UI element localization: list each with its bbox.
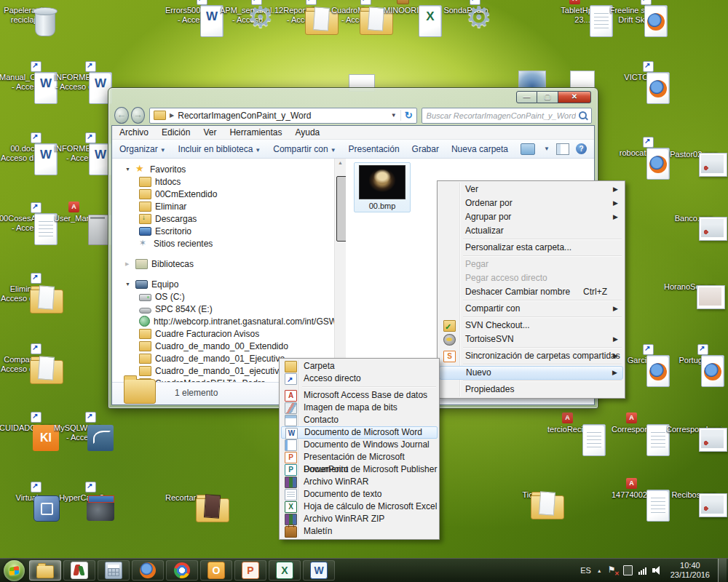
context-item-nuevo[interactable]: Nuevo▶ [439, 366, 623, 380]
desktop-icon-sondapedro[interactable]: SondaPedro [438, 4, 494, 15]
scroll-up-arrow-icon[interactable]: ▲ [335, 160, 346, 165]
new-item-acceso-directo[interactable]: Acceso directo [281, 372, 438, 385]
context-item-sincronizacion[interactable]: Sincronización de carpetas compartidas▶ [439, 349, 623, 363]
search-box[interactable]: Buscar RecortarImagenConPaint_y_Word [422, 108, 592, 124]
new-item-texto[interactable]: Documento de texto [281, 488, 438, 501]
nav-item-cuadre-facturacion[interactable]: Cuadre Facturacion Avisos [112, 327, 334, 340]
nav-item-htdocs[interactable]: htdocs [112, 175, 334, 188]
desktop-icon-recortarimagen[interactable]: RecortarImagen [165, 492, 221, 503]
context-item-personalizar[interactable]: Personalizar esta carpeta... [439, 241, 623, 255]
window-titlebar[interactable]: — ▢ ✕ [108, 88, 598, 105]
context-item-compartir-con[interactable]: Compartir con▶ [439, 302, 623, 316]
new-item-winrar[interactable]: Archivo WinRAR [281, 476, 438, 488]
taskbar-outlook-button[interactable] [200, 560, 232, 581]
new-item-contacto[interactable]: Contacto [281, 414, 438, 426]
burn-button[interactable]: Grabar [412, 144, 439, 154]
desktop-icon-correspondencia-2[interactable]: Correspondenci... [666, 423, 721, 434]
context-item-tortoisesvn[interactable]: TortoiseSVN▶ [439, 332, 623, 346]
menu-edicion[interactable]: Edición [162, 127, 190, 137]
desktop-icon-tio[interactable]: Tio [500, 489, 555, 500]
new-item-powerpoint[interactable]: Presentación de Microsoft PowerPoint [281, 451, 438, 463]
context-item-agrupar-por[interactable]: Agrupar por▶ [439, 210, 623, 224]
share-with-button[interactable]: Compartir con▼ [273, 144, 336, 154]
breadcrumb-path[interactable]: RecortarImagenConPaint_y_Word [178, 111, 387, 121]
tray-clock[interactable]: 10:40 23/11/2016 [670, 561, 710, 580]
desktop-icon-tablethp[interactable]: TabletHp14-23... [555, 4, 610, 25]
back-button[interactable]: ← [114, 107, 129, 124]
taskbar-firefox-button[interactable] [132, 560, 164, 581]
desktop-icon-apm-semanal[interactable]: APM_semanal... - Acceso direc... [220, 4, 275, 25]
context-item-actualizar[interactable]: Actualizar [439, 224, 623, 238]
nav-favorites-header[interactable]: ▼Favoritos [112, 163, 334, 175]
desktop-icon-cuidado-fire[interactable]: CUIDADO_FIRE... [0, 422, 55, 433]
nav-item-00cmextendido[interactable]: 00CmExtendido [112, 188, 334, 200]
desktop-icon-portugal[interactable]: Portugal [666, 354, 721, 365]
maximize-button[interactable]: ▢ [537, 91, 558, 103]
menu-ver[interactable]: Ver [203, 127, 216, 137]
desktop-icon-terciorecibo[interactable]: tercioRecibo_1... [547, 423, 603, 434]
desktop-icon-errors500s[interactable]: Errors500s.docx - Acceso directo [165, 4, 221, 25]
nav-item-webcorp[interactable]: http://webcorp.intranet.gasnatural.com/i… [112, 315, 334, 327]
language-indicator[interactable]: ES [580, 566, 591, 575]
desktop-icon-minooristas[interactable]: MINOORISTAS [384, 4, 439, 15]
minimize-button[interactable]: — [516, 91, 537, 103]
nav-item-cuadro-00-extendido[interactable]: Cuadro_de_mando_00_Extendido [112, 340, 334, 352]
new-item-carpeta[interactable]: Carpeta [281, 360, 438, 372]
desktop-icon-manual-cuadr[interactable]: Manual_Cuadr... - Acceso directo [0, 71, 55, 92]
desktop-icon-12report-ferran[interactable]: 12Report_Ferran - Acceso directo [274, 4, 330, 25]
desktop-icon-horanosenyor[interactable]: HoranoSenyor... [664, 281, 719, 292]
menu-archivo[interactable]: Archivo [119, 127, 149, 137]
network-signal-icon[interactable] [638, 567, 646, 575]
nav-item-eliminar[interactable]: Eliminar [112, 200, 334, 212]
desktop-icon-00docx[interactable]: 00.docx - Acceso directo [0, 143, 55, 163]
desktop-icon-recycle-bin[interactable]: Papelera de reciclaje [0, 4, 53, 25]
nav-item-descargas[interactable]: Descargas [112, 212, 334, 225]
tray-window-icon[interactable] [623, 565, 633, 575]
show-desktop-button[interactable] [718, 559, 727, 582]
desktop-icon-correspondencia-1[interactable]: Correspondenci... [612, 423, 667, 434]
slideshow-button[interactable]: Presentación [349, 144, 400, 154]
desktop-icon-banco[interactable]: Banco.png [666, 212, 721, 223]
refresh-icon[interactable]: ↻ [400, 110, 413, 121]
desktop-icon-recibos[interactable]: Recibos.png [666, 489, 721, 500]
desktop-icon-informes-eq-1[interactable]: INFORMES_EQ. - Acceso direct [54, 71, 109, 92]
nav-computer-header[interactable]: ▼Equipo [112, 278, 334, 290]
caret-down-icon[interactable]: ▼ [544, 146, 550, 152]
desktop-icon-robocat[interactable]: robocat.cat [612, 147, 667, 158]
desktop-icon-user-manual[interactable]: User_Manual_G... [54, 212, 109, 223]
context-item-propiedades[interactable]: Propiedades [439, 383, 623, 396]
desktop-icon-eliminar[interactable]: Eliminar - Acceso directo [0, 283, 55, 303]
preview-pane-button[interactable] [556, 143, 569, 155]
nav-item-sitios-recientes[interactable]: Sitios recientes [112, 237, 334, 250]
new-item-bitmap[interactable]: Imagen de mapa de bits [281, 402, 438, 414]
new-item-journal[interactable]: Documento de Windows Journal [281, 439, 438, 451]
desktop-icon-compartida[interactable]: Compartida - Acceso directo [0, 354, 55, 374]
desktop-icon-mysql-workbench[interactable]: MySQLWorkbe... - Acceso directo [54, 422, 109, 443]
forward-button[interactable]: → [131, 107, 146, 124]
address-bar[interactable]: ▶ RecortarImagenConPaint_y_Word ▼ ↻ [149, 108, 417, 124]
new-item-winrar-zip[interactable]: Archivo WinRAR ZIP [281, 513, 438, 525]
desktop-icon-freeline-skates[interactable]: Freeline skates Drift Skate [609, 4, 665, 25]
new-item-access[interactable]: Microsoft Access Base de datos [281, 389, 438, 402]
search-icon[interactable] [579, 111, 587, 119]
context-item-svn-checkout[interactable]: SVN Checkout... [439, 319, 623, 332]
taskbar-calculator-button[interactable] [98, 560, 130, 581]
taskbar-explorer-button[interactable] [29, 560, 61, 581]
taskbar-app-button[interactable] [63, 560, 95, 581]
new-item-word[interactable]: Documento de Microsoft Word [281, 426, 438, 439]
organize-button[interactable]: Organizar▼ [119, 144, 166, 154]
desktop-icon-virtualbox[interactable]: Virtual [0, 492, 55, 503]
new-item-publisher[interactable]: Documento de Microsoft Publisher [281, 463, 438, 476]
nav-item-spc-854x[interactable]: SPC 854X (E:) [112, 303, 334, 315]
taskbar-excel-button[interactable] [269, 560, 301, 581]
desktop-icon-victor[interactable]: VICTOR [612, 71, 667, 82]
address-dropdown-icon[interactable]: ▼ [391, 112, 397, 119]
tray-expand-icon[interactable]: ▲ [597, 568, 602, 573]
file-item-00bmp[interactable]: 00.bmp [354, 162, 411, 212]
desktop-icon-hypercam[interactable]: HyperCam 2 [54, 492, 109, 503]
action-center-flag-icon[interactable] [608, 566, 617, 575]
desktop-icon-1477400287235[interactable]: 1477400287235... [612, 489, 667, 500]
new-item-maletin[interactable]: Maletín [281, 525, 438, 538]
desktop-icon-cuadromando[interactable]: CuadroMando - Acceso directo [329, 4, 384, 25]
context-item-deshacer[interactable]: Deshacer Cambiar nombreCtrl+Z [439, 285, 623, 299]
